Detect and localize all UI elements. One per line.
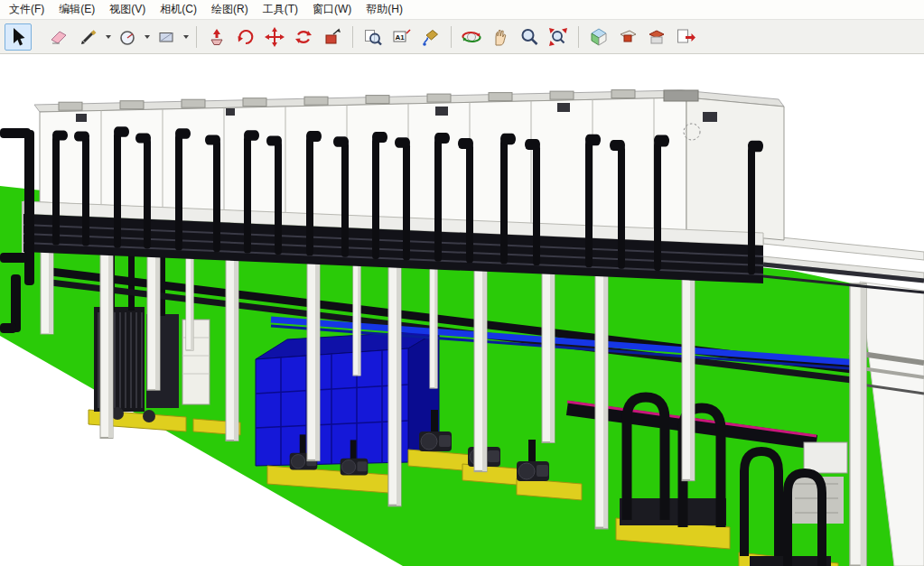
select-tool-button[interactable] xyxy=(5,23,32,51)
rotate-tool-button[interactable] xyxy=(232,23,259,51)
paint-bucket-icon xyxy=(420,26,442,48)
rectangle-tool-icon xyxy=(155,26,177,48)
orbit-icon xyxy=(461,26,482,48)
menu-draw[interactable]: 绘图(R) xyxy=(204,0,256,20)
magnifier-icon xyxy=(518,26,540,48)
dimension-a1-icon: A1 xyxy=(391,26,413,48)
menu-tools[interactable]: 工具(T) xyxy=(256,0,305,20)
a1-label: A1 xyxy=(396,32,406,41)
section-plane-button[interactable] xyxy=(614,23,641,51)
hand-icon xyxy=(490,26,511,48)
export-arrow-icon xyxy=(675,26,696,48)
line-tool-dropdown[interactable] xyxy=(103,23,113,51)
rotate-arrow-icon xyxy=(235,26,257,48)
3d-viewport[interactable] xyxy=(0,54,924,566)
menu-help[interactable]: 帮助(H) xyxy=(359,0,410,20)
iso-view-button[interactable] xyxy=(585,23,612,51)
offset-tool-icon xyxy=(206,26,228,48)
iso-view-icon xyxy=(588,26,610,48)
dimension-tool-button[interactable]: A1 xyxy=(388,23,415,51)
circle-tool-dropdown[interactable] xyxy=(142,23,152,51)
menu-bar: 文件(F) 编辑(E) 视图(V) 相机(C) 绘图(R) 工具(T) 窗口(W… xyxy=(0,0,924,20)
menu-camera[interactable]: 相机(C) xyxy=(153,0,204,20)
select-cursor-icon xyxy=(7,26,29,48)
menu-window[interactable]: 窗口(W) xyxy=(305,0,359,20)
toolbar-separator xyxy=(352,26,353,48)
section-display-button[interactable] xyxy=(643,23,670,51)
zoom-extents-icon xyxy=(547,26,569,48)
zoom-window-icon xyxy=(362,26,384,48)
toolbar: A1 xyxy=(0,20,924,54)
move-tool-button[interactable] xyxy=(261,23,288,51)
eraser-icon xyxy=(49,26,70,48)
zoom-extents-tool-button[interactable] xyxy=(545,23,572,51)
section-plane-icon xyxy=(617,26,639,48)
blue-tank xyxy=(256,330,439,466)
export-button[interactable] xyxy=(672,23,699,51)
rectangle-tool-dropdown[interactable] xyxy=(181,23,191,51)
scale-tool-icon xyxy=(322,26,343,48)
toolbar-separator xyxy=(196,26,197,48)
move-arrows-icon xyxy=(264,26,285,48)
menu-view[interactable]: 视图(V) xyxy=(102,0,153,20)
line-tool-button[interactable] xyxy=(75,23,102,51)
chevron-down-icon xyxy=(183,35,189,39)
chevron-down-icon xyxy=(106,35,111,39)
offset-tool-button[interactable] xyxy=(203,23,230,51)
paint-bucket-tool-button[interactable] xyxy=(417,23,444,51)
eraser-tool-button[interactable] xyxy=(46,23,73,51)
section-display-icon xyxy=(646,26,667,48)
zoom-tool-button[interactable] xyxy=(516,23,543,51)
chevron-down-icon xyxy=(145,35,150,39)
toolbar-separator xyxy=(578,26,579,48)
rotate-copy-tool-button[interactable] xyxy=(290,23,317,51)
circle-tool-icon xyxy=(117,26,138,48)
pencil-icon xyxy=(78,26,99,48)
zoom-window-tool-button[interactable] xyxy=(359,23,387,51)
pan-tool-button[interactable] xyxy=(487,23,514,51)
orbit-tool-button[interactable] xyxy=(458,23,485,51)
menu-edit[interactable]: 编辑(E) xyxy=(51,0,102,20)
sketchup-window: { "menubar": { "items": [ {"label": "文件(… xyxy=(0,0,924,566)
rectangle-tool-button[interactable] xyxy=(153,23,180,51)
circle-tool-button[interactable] xyxy=(114,23,141,51)
menu-file[interactable]: 文件(F) xyxy=(2,0,51,20)
scale-tool-button[interactable] xyxy=(319,23,346,51)
toolbar-separator xyxy=(451,26,452,48)
model-scene xyxy=(0,54,924,566)
circular-arrows-icon xyxy=(293,26,314,48)
